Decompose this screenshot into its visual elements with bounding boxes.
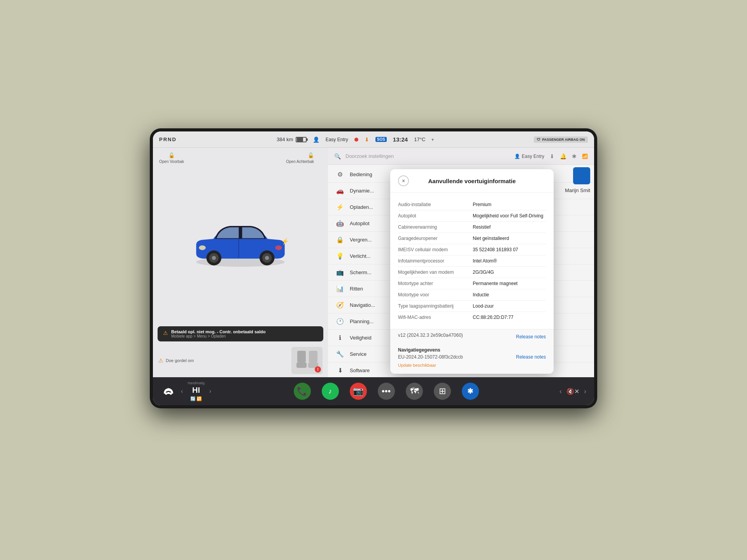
- svg-point-9: [199, 245, 206, 250]
- easy-entry-status[interactable]: Easy Entry: [326, 137, 348, 142]
- open-voorbak-button[interactable]: 🔓 Open Voorbak: [159, 152, 184, 164]
- right-arrow-icon[interactable]: ›: [584, 387, 586, 396]
- time-display: 13:24: [393, 136, 408, 143]
- software-label: Software: [350, 368, 370, 373]
- nav-arrows-right: ‹: [559, 387, 562, 396]
- maps-button[interactable]: 🗺: [406, 383, 423, 400]
- vergren-icon: 🔒: [336, 236, 344, 243]
- bediening-label: Bediening: [350, 172, 372, 177]
- bluetooth-button[interactable]: ✱: [462, 383, 479, 400]
- next-arrow[interactable]: ›: [208, 388, 213, 395]
- search-placeholder-text: Doorzoek instellingen: [345, 153, 510, 159]
- modal-body: Audio-installatie Premium Autopilot Moge…: [390, 193, 554, 329]
- volume-mute-icon[interactable]: 🔇✕: [566, 388, 579, 395]
- buckle-alert-icon: !: [315, 366, 321, 373]
- planning-label: Planning...: [350, 318, 374, 324]
- svg-point-4: [212, 256, 216, 260]
- drive-mode-display: Handmatig HI 🔄 🔁: [188, 381, 205, 401]
- bottom-bar-right: ‹ 🔇✕ ›: [559, 387, 586, 396]
- left-arrow-icon[interactable]: ‹: [559, 387, 562, 396]
- svg-point-17: [170, 392, 172, 395]
- info-row-audio: Audio-installatie Premium: [398, 199, 546, 210]
- opladen-label: Opladen...: [350, 204, 373, 210]
- settings-bell-icon: 🔔: [560, 153, 566, 159]
- main-content: 🔓 Open Voorbak 🔓 Open Achterbak: [153, 148, 594, 377]
- download-icon: ⬇: [365, 136, 369, 143]
- motor-voor-value: Inductie: [473, 292, 546, 298]
- settings-easy-entry[interactable]: 👤 Easy Entry: [514, 154, 544, 159]
- settings-person-icon: 👤: [514, 154, 520, 159]
- svg-point-16: [165, 392, 167, 395]
- modal-close-button[interactable]: ×: [398, 175, 409, 186]
- temperature-display: 17°C: [414, 136, 425, 142]
- more-button[interactable]: •••: [378, 383, 395, 400]
- range-value: 384 km: [277, 136, 293, 142]
- info-row-batterij: Type laagspanningsbatterij Lood-zuur: [398, 301, 546, 312]
- alert-main-text: Betaald opl. niet mog. - Contr. onbetaal…: [171, 329, 266, 334]
- info-row-cabine: Cabineverwarming Resistief: [398, 222, 546, 233]
- profile-box: [573, 167, 590, 184]
- audio-value: Premium: [473, 202, 546, 207]
- grid-button[interactable]: ⊞: [434, 383, 451, 400]
- doe-gordel-text: Doe gordel om: [166, 358, 194, 363]
- alert-sub-text: Mobiele app > Menu > Opladen: [171, 334, 266, 338]
- modal-header: × Aanvullende voertuiginformatie: [390, 169, 554, 193]
- service-label: Service: [350, 351, 366, 357]
- screen-bezel: PRND 384 km 👤 Easy Entry ⬇ SOS 13:24 17°…: [150, 128, 597, 408]
- nav-version: EU-2024.20-15072-08f3c2dccb: [398, 354, 463, 360]
- left-panel: 🔓 Open Voorbak 🔓 Open Achterbak: [153, 148, 328, 377]
- phone-button[interactable]: 📞: [294, 383, 311, 400]
- camera-button[interactable]: 📷: [350, 383, 367, 400]
- driver-profile-icon: 👤: [313, 136, 319, 143]
- verlicht-label: Verlicht...: [350, 253, 370, 259]
- info-row-processor: Infotainmentprocessor Intel Atom®: [398, 256, 546, 267]
- bottom-bar-center: 📞 ♪ 📷 ••• 🗺 ⊞ ✱: [213, 383, 559, 400]
- prnd-display: PRND: [159, 136, 177, 142]
- verlicht-icon: 💡: [336, 252, 344, 260]
- modem-label: Mogelijkheden van modem: [398, 270, 468, 275]
- camera-icon: 📷: [353, 386, 363, 396]
- phone-icon: 📞: [297, 386, 307, 396]
- sos-badge[interactable]: SOS: [375, 137, 387, 142]
- nav-release-notes-link[interactable]: Release notes: [516, 354, 546, 360]
- info-row-imei: IMEISV cellulair modem 35 522408 161893 …: [398, 244, 546, 256]
- car-home-button[interactable]: [161, 383, 176, 399]
- drive-mode-value: HI: [192, 386, 200, 395]
- dynamie-icon: 🚗: [336, 187, 344, 194]
- info-row-motor-achter: Motortype achter Permanente magneet: [398, 278, 546, 289]
- open-achterbak-button[interactable]: 🔓 Open Achterbak: [286, 152, 314, 164]
- motor-voor-label: Motortype voor: [398, 292, 468, 298]
- release-notes-link[interactable]: Release notes: [516, 334, 546, 340]
- prev-arrow[interactable]: ‹: [179, 388, 184, 395]
- software-icon: ⬇: [336, 367, 344, 374]
- close-icon: ×: [402, 178, 405, 184]
- more-icon: •••: [382, 386, 391, 396]
- seat-icon-box: !: [291, 347, 323, 374]
- navigatio-label: Navigatio...: [350, 302, 375, 308]
- repeat-icon: 🔁: [196, 396, 202, 401]
- record-indicator: [354, 138, 358, 142]
- battery-fill: [297, 138, 303, 142]
- modem-value: 2G/3G/4G: [473, 270, 546, 275]
- spotify-icon: ♪: [328, 387, 332, 396]
- vehicle-info-modal: × Aanvullende voertuiginformatie Audio-i…: [390, 169, 554, 374]
- alert-content: Betaald opl. niet mog. - Contr. onbetaal…: [171, 329, 266, 338]
- cabine-label: Cabineverwarming: [398, 224, 468, 230]
- info-row-autopilot: Autopilot Mogelijkheid voor Full Self-Dr…: [398, 210, 546, 222]
- bluetooth-icon: ✱: [467, 387, 473, 396]
- drive-mode-label: Handmatig: [188, 381, 205, 385]
- ritten-icon: 📊: [336, 285, 344, 292]
- imei-value: 35 522408 161893 07: [473, 247, 546, 252]
- grid-icon: ⊞: [439, 386, 446, 396]
- settings-bt-icon: ✱: [572, 153, 577, 159]
- garage-label: Garagedeuropener: [398, 236, 468, 241]
- vergren-label: Vergren...: [350, 237, 372, 243]
- seat-area: ⚠ Doe gordel om !: [153, 345, 328, 377]
- spotify-button[interactable]: ♪: [322, 383, 339, 400]
- svg-text:⚡: ⚡: [281, 238, 289, 245]
- veiligheid-icon: ℹ: [336, 334, 344, 341]
- settings-search-bar: 🔍 Doorzoek instellingen 👤 Easy Entry ⬇ 🔔…: [328, 148, 594, 165]
- info-row-motor-voor: Motortype voor Inductie: [398, 289, 546, 301]
- wifi-value: CC:88:26:2D:D7:77: [473, 315, 546, 320]
- settings-right-extras: Marijn Smit: [565, 167, 590, 193]
